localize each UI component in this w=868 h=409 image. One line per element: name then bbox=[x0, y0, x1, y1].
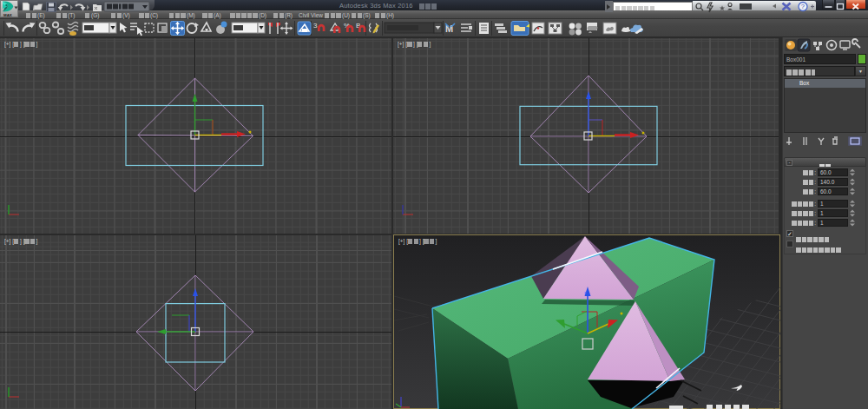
svg-text:?: ? bbox=[801, 3, 805, 10]
svg-text:MAX: MAX bbox=[3, 13, 12, 17]
